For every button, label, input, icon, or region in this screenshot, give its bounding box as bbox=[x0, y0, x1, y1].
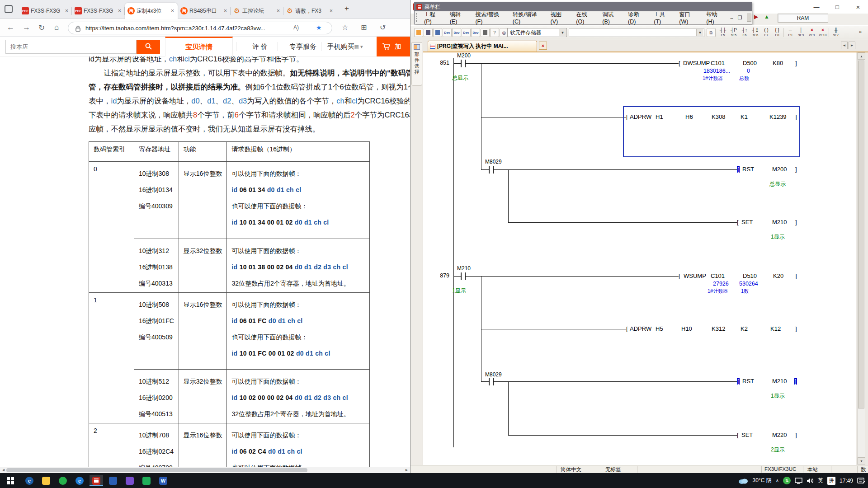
ime-language-indicator[interactable]: 英 bbox=[818, 477, 823, 484]
chevron-down-icon[interactable]: ▼ bbox=[696, 29, 703, 36]
browser-tab-3[interactable]: 淘定制4x3位× bbox=[125, 3, 178, 19]
menu-item-10[interactable]: 窗口(W) bbox=[675, 11, 702, 25]
help-icon[interactable]: ? bbox=[490, 28, 499, 37]
history-icon[interactable]: ↺ bbox=[380, 23, 386, 32]
scroll-right-arrow[interactable]: ► bbox=[405, 468, 409, 472]
device-display-icon[interactable]: Dev bbox=[443, 28, 452, 37]
ladder-symbol-F9[interactable]: ─F9 bbox=[785, 27, 795, 38]
device-batch-icon[interactable]: Dev bbox=[462, 28, 471, 37]
device-display2-icon[interactable]: Dev bbox=[452, 28, 461, 37]
taskbar-icon-ie[interactable]: e bbox=[73, 475, 86, 486]
device-eye-icon[interactable]: Dev bbox=[471, 28, 480, 37]
scrollbar-thumb[interactable] bbox=[6, 468, 307, 472]
ladder-symbol-F5[interactable]: ┤├F5 bbox=[718, 27, 728, 38]
scrollbar-thumb[interactable] bbox=[858, 61, 864, 408]
new-tab-button[interactable]: + bbox=[344, 4, 349, 13]
shop-tab-3[interactable]: 专享服务 bbox=[283, 37, 323, 56]
mdi-minimize-button[interactable]: – bbox=[728, 15, 736, 20]
menu-item-3[interactable]: 搜索/替换(F) bbox=[471, 11, 508, 25]
mdi-restore-button[interactable]: ❐ bbox=[736, 15, 745, 21]
speaker-icon[interactable] bbox=[807, 478, 814, 484]
weather-temp[interactable]: 30°C 阴 bbox=[752, 477, 771, 484]
tab-close-icon[interactable]: × bbox=[64, 8, 69, 14]
taskbar-icon-word[interactable]: W bbox=[156, 475, 170, 486]
warning-icon[interactable]: ▲ bbox=[764, 14, 769, 20]
taskbar-icon-start[interactable] bbox=[4, 475, 17, 486]
plc-maximize-button[interactable]: □ bbox=[827, 0, 848, 14]
address-bar[interactable]: https://item.taobao.com/item.htm?spm=a23… bbox=[68, 22, 332, 34]
taskbar-icon-gx-works[interactable] bbox=[90, 475, 103, 486]
tray-chevron-icon[interactable]: ∧ bbox=[776, 478, 779, 483]
ladder-symbol-sF6[interactable]: ┤↥sF6 bbox=[750, 27, 760, 38]
scroll-up-arrow[interactable]: ▲ bbox=[858, 52, 865, 60]
forward-icon[interactable]: → bbox=[23, 23, 30, 32]
menu-item-8[interactable]: 诊断(D) bbox=[624, 11, 650, 25]
device-chip-icon[interactable] bbox=[424, 28, 433, 37]
ime-mode-icon[interactable]: 拼 bbox=[827, 477, 835, 485]
tab-scroll-left-icon[interactable]: ◄ bbox=[841, 42, 848, 49]
shop-tab-1[interactable]: 宝贝详情 bbox=[165, 37, 233, 56]
program-tab-close-button[interactable]: × bbox=[539, 42, 547, 50]
dock-tab-element-selection[interactable]: 部件选择 bbox=[411, 42, 422, 86]
refresh-icon[interactable]: ↻ bbox=[38, 23, 45, 33]
home-icon[interactable]: ⌂ bbox=[54, 23, 59, 32]
ladder-symbol-cF9[interactable]: ×cF9 bbox=[807, 27, 817, 38]
plc-minimize-button[interactable]: — bbox=[806, 0, 827, 14]
ladder-symbol-cF10[interactable]: ×cF10 bbox=[818, 27, 828, 38]
taskbar-icon-edge[interactable]: e bbox=[23, 475, 36, 486]
ladder-symbol-sF7[interactable]: ╫sF7 bbox=[831, 27, 841, 38]
run-icon[interactable]: ▶ bbox=[754, 14, 758, 20]
network-display-icon[interactable] bbox=[795, 478, 802, 484]
browser-tab-6[interactable]: ⚙请教，FX3× bbox=[283, 3, 336, 19]
taskbar-icon-notes[interactable] bbox=[106, 475, 120, 486]
dock-window-icon[interactable] bbox=[414, 28, 423, 37]
ladder-diagram[interactable]: 851879M200M8029M210M8029总显示1显示总显示1显示1显示2… bbox=[423, 52, 856, 465]
program-tab[interactable]: [PRG]监视写入 执行中 MAI... bbox=[428, 41, 537, 52]
taskbar-icon-green-app[interactable] bbox=[140, 475, 153, 486]
bookmark-star-icon[interactable]: ★ bbox=[316, 24, 322, 31]
ladder-symbol-F8[interactable]: { }F8 bbox=[772, 27, 782, 38]
find-device-icon[interactable] bbox=[481, 28, 490, 37]
menu-item-11[interactable]: 帮助(H) bbox=[702, 11, 728, 25]
security-shield-icon[interactable]: ⇅ bbox=[783, 477, 791, 484]
scroll-down-arrow[interactable]: ▼ bbox=[858, 457, 865, 465]
tab-search-icon[interactable] bbox=[5, 5, 13, 13]
selection-box[interactable] bbox=[623, 106, 800, 157]
menu-item-6[interactable]: 在线(O) bbox=[572, 11, 598, 25]
browser-tab-1[interactable]: PDFFX3S·FX3G× bbox=[19, 3, 72, 19]
add-to-cart-button[interactable]: 加 bbox=[377, 37, 410, 56]
plc-close-button[interactable]: × bbox=[848, 0, 868, 14]
scroll-left-arrow[interactable]: ◄ bbox=[1, 468, 5, 472]
browser-tab-2[interactable]: PDFFX3S-FX3G× bbox=[72, 3, 125, 19]
browser-tab-5[interactable]: ⚙工控论坛× bbox=[231, 3, 283, 19]
clock[interactable]: 17:49 bbox=[840, 478, 853, 484]
menu-item-5[interactable]: 视图(V) bbox=[547, 11, 572, 25]
menu-window-titlebar[interactable]: 菜单栏 bbox=[415, 2, 752, 11]
menu-item-7[interactable]: 调试(B) bbox=[598, 11, 624, 25]
menu-item-9[interactable]: 工具(T) bbox=[650, 11, 675, 25]
back-icon[interactable]: ← bbox=[7, 23, 14, 32]
monitor-list-icon[interactable] bbox=[433, 28, 442, 37]
taskbar-icon-qq-browser[interactable] bbox=[56, 475, 70, 486]
notification-icon[interactable] bbox=[857, 477, 865, 484]
vertical-scrollbar[interactable]: ▲ ▼ bbox=[857, 52, 865, 465]
taskbar-icon-violet-app[interactable] bbox=[123, 475, 137, 486]
shop-search-input[interactable] bbox=[5, 40, 137, 54]
read-aloud-icon[interactable]: A) bbox=[293, 24, 299, 31]
chevron-down-icon[interactable]: ▼ bbox=[559, 29, 566, 36]
toolbar-overflow-icon[interactable]: » bbox=[859, 29, 862, 34]
taskbar-icon-folder[interactable] bbox=[39, 475, 53, 486]
menu-item-4[interactable]: 转换/编译(C) bbox=[509, 11, 547, 25]
browser-tab-4[interactable]: 淘RS485串口× bbox=[178, 3, 231, 19]
menu-item-1[interactable]: 工程(P) bbox=[420, 11, 446, 25]
favorites-icon[interactable]: ☆ bbox=[342, 23, 348, 32]
collections-icon[interactable]: ⊞ bbox=[361, 23, 367, 32]
device-test-icon[interactable]: 🗎 bbox=[707, 28, 716, 37]
secondary-combo[interactable]: ▼ bbox=[569, 28, 704, 37]
tab-close-icon[interactable]: × bbox=[276, 8, 281, 14]
horizontal-scrollbar[interactable]: ◄ ► bbox=[0, 467, 410, 473]
tab-close-icon[interactable]: × bbox=[117, 8, 122, 14]
ladder-symbol-F6[interactable]: ┤↑F6 bbox=[740, 27, 750, 38]
menu-item-2[interactable]: 编辑(E) bbox=[446, 11, 472, 25]
tab-close-icon[interactable]: × bbox=[223, 8, 228, 14]
